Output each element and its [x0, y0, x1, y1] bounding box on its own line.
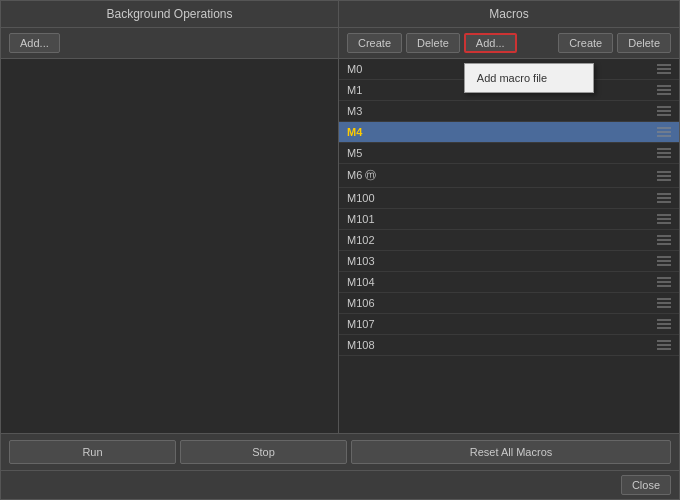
grip-icon: [657, 106, 671, 116]
macros-panel: M0M1M3M4M5M6 ⓜM100M101M102M103M104M106M1…: [339, 59, 679, 433]
close-row: Close: [1, 470, 679, 499]
macro-name: M103: [347, 255, 375, 267]
macros-right-delete-button[interactable]: Delete: [617, 33, 671, 53]
top-header: Background Operations Macros: [1, 1, 679, 28]
macro-list-item[interactable]: M103: [339, 251, 679, 272]
macro-name: M107: [347, 318, 375, 330]
panels: M0M1M3M4M5M6 ⓜM100M101M102M103M104M106M1…: [1, 59, 679, 433]
close-button[interactable]: Close: [621, 475, 671, 495]
macros-delete-button[interactable]: Delete: [406, 33, 460, 53]
add-macro-file-item[interactable]: Add macro file: [465, 68, 593, 88]
macro-list[interactable]: M0M1M3M4M5M6 ⓜM100M101M102M103M104M106M1…: [339, 59, 679, 433]
bg-ops-header: Background Operations: [1, 1, 339, 27]
grip-icon: [657, 148, 671, 158]
bg-ops-title: Background Operations: [106, 7, 232, 21]
bottom-left: Run Stop: [9, 440, 347, 464]
macro-list-item[interactable]: M6 ⓜ: [339, 164, 679, 188]
grip-icon: [657, 171, 671, 181]
macro-name: M104: [347, 276, 375, 288]
macro-list-item[interactable]: M101: [339, 209, 679, 230]
add-button-wrapper: Add... Add macro file: [464, 33, 517, 53]
grip-icon: [657, 340, 671, 350]
grip-icon: [657, 277, 671, 287]
macro-name: M1: [347, 84, 362, 96]
macro-list-item[interactable]: M5: [339, 143, 679, 164]
macro-list-item[interactable]: M108: [339, 335, 679, 356]
macro-list-item[interactable]: M3: [339, 101, 679, 122]
macros-create-button[interactable]: Create: [347, 33, 402, 53]
macro-name: M4: [347, 126, 362, 138]
macros-header: Macros: [339, 1, 679, 27]
macros-right-create-button[interactable]: Create: [558, 33, 613, 53]
grip-icon: [657, 64, 671, 74]
macro-name: M106: [347, 297, 375, 309]
grip-icon: [657, 85, 671, 95]
run-button[interactable]: Run: [9, 440, 176, 464]
macro-name: M101: [347, 213, 375, 225]
macro-name: M6 ⓜ: [347, 168, 376, 183]
macros-toolbar: Create Delete Add... Add macro file Crea…: [339, 28, 679, 58]
toolbars-row: Add... Create Delete Add... Add macro fi…: [1, 28, 679, 59]
bg-ops-add-button[interactable]: Add...: [9, 33, 60, 53]
reset-all-macros-button[interactable]: Reset All Macros: [351, 440, 671, 464]
grip-icon: [657, 127, 671, 137]
macro-list-item[interactable]: M107: [339, 314, 679, 335]
grip-icon: [657, 193, 671, 203]
macros-title: Macros: [489, 7, 528, 21]
add-dropdown-menu: Add macro file: [464, 63, 594, 93]
macro-list-item[interactable]: M104: [339, 272, 679, 293]
main-container: Background Operations Macros Add... Crea…: [0, 0, 680, 500]
bg-ops-panel: [1, 59, 339, 433]
macro-list-item[interactable]: M102: [339, 230, 679, 251]
macro-name: M100: [347, 192, 375, 204]
grip-icon: [657, 298, 671, 308]
macro-name: M0: [347, 63, 362, 75]
macro-name: M108: [347, 339, 375, 351]
macro-name: M3: [347, 105, 362, 117]
macro-list-item[interactable]: M4: [339, 122, 679, 143]
bottom-right: Reset All Macros: [351, 440, 671, 464]
grip-icon: [657, 256, 671, 266]
grip-icon: [657, 235, 671, 245]
grip-icon: [657, 214, 671, 224]
bottom-bar: Run Stop Reset All Macros: [1, 433, 679, 470]
grip-icon: [657, 319, 671, 329]
macro-list-item[interactable]: M106: [339, 293, 679, 314]
stop-button[interactable]: Stop: [180, 440, 347, 464]
macro-name: M102: [347, 234, 375, 246]
macro-name: M5: [347, 147, 362, 159]
bg-ops-toolbar: Add...: [1, 28, 339, 58]
macro-list-item[interactable]: M100: [339, 188, 679, 209]
macros-add-button[interactable]: Add...: [464, 33, 517, 53]
